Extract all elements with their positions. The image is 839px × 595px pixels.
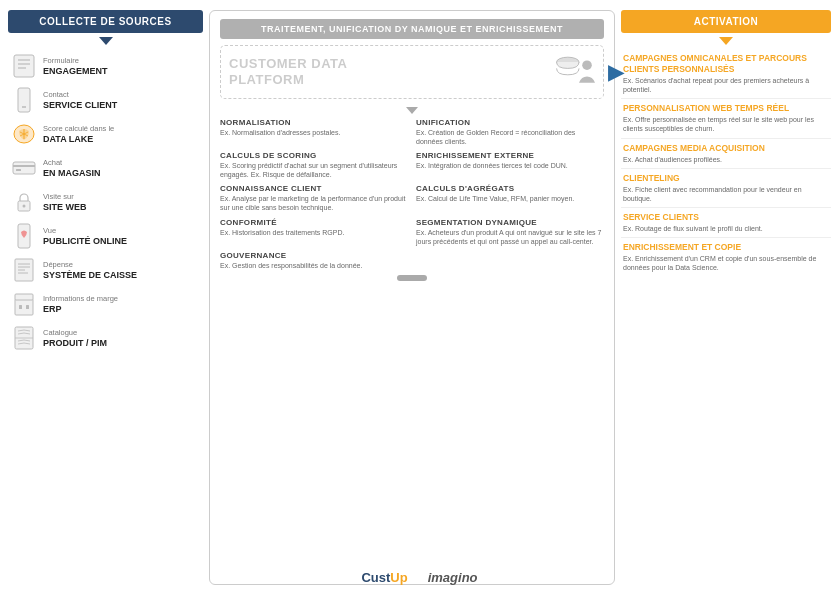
personnalisation-web-title: PERSONNALISATION WEB TEMPS RÉEL xyxy=(623,103,829,114)
source-engagement-text: Formulaire ENGAGEMENT xyxy=(43,55,108,78)
bottom-pill xyxy=(397,275,427,281)
source-pim: Catalogue PRODUIT / PIM xyxy=(8,321,203,355)
right-header: ActivaTION xyxy=(621,10,831,33)
item-calculs-agregats: CALCULS D'AGRÉGATS Ex. Calcul de Life Ti… xyxy=(416,184,604,212)
database-person-icon xyxy=(555,52,595,88)
campagnes-omnicanales-desc: Ex. Scénarios d'achat repeat pour des pr… xyxy=(623,76,829,94)
middle-bottom xyxy=(220,275,604,281)
normalisation-title: NORMALISATION xyxy=(220,118,408,127)
source-publicite-text: Vue PUBLICITÉ ONLINE xyxy=(43,225,127,248)
source-pim-text: Catalogue PRODUIT / PIM xyxy=(43,327,107,350)
source-magasin: Achat EN MAGASIN xyxy=(8,151,203,185)
right-campagnes-media: CAMPAGNES MEDIA ACQUISITION Ex. Achat d'… xyxy=(621,139,831,169)
calculs-agregats-title: CALCULS D'AGRÉGATS xyxy=(416,184,604,193)
source-engagement: Formulaire ENGAGEMENT xyxy=(8,49,203,83)
middle-grid: NORMALISATION Ex. Normalisation d'adress… xyxy=(220,118,604,270)
lock-icon xyxy=(10,188,38,216)
item-enrichissement-externe: ENRICHISSEMENT EXTERNE Ex. Intégration d… xyxy=(416,151,604,179)
campagnes-media-desc: Ex. Achat d'audiences profilées. xyxy=(623,155,829,164)
svg-rect-22 xyxy=(15,294,33,300)
svg-point-28 xyxy=(582,60,592,70)
svg-rect-24 xyxy=(26,305,29,309)
svg-rect-4 xyxy=(18,88,30,112)
svg-rect-23 xyxy=(19,305,22,309)
gouvernance-desc: Ex. Gestion des responsabilités de la do… xyxy=(220,261,408,270)
card-icon xyxy=(10,154,38,182)
calculs-scoring-title: CALCULS DE SCORING xyxy=(220,151,408,160)
right-clienteling: CLIENTELING Ex. Fiche client avec recomm… xyxy=(621,169,831,208)
heart-icon xyxy=(10,222,38,250)
imagino-text: imagino xyxy=(428,570,478,585)
source-service-client-text: Contact SERVICE CLIENT xyxy=(43,89,117,112)
phone-icon xyxy=(10,86,38,114)
cust-text: Cust xyxy=(361,570,390,585)
item-calculs-scoring: CALCULS DE SCORING Ex. Scoring prédictif… xyxy=(220,151,408,179)
receipt-icon xyxy=(10,256,38,284)
unification-desc: Ex. Création de Golden Record = réconcil… xyxy=(416,128,604,146)
campagnes-media-title: CAMPAGNES MEDIA ACQUISITION xyxy=(623,143,829,154)
right-enrichissement-copie: ENRICHISSEMENT ET COPIE Ex. Enrichisseme… xyxy=(621,238,831,276)
source-site-web: Visite sur SITE WEB xyxy=(8,185,203,219)
connaissance-client-desc: Ex. Analyse par le marketing de la perfo… xyxy=(220,194,408,212)
svg-point-14 xyxy=(23,205,26,208)
middle-arrow-down xyxy=(406,107,418,114)
svg-rect-21 xyxy=(15,299,33,315)
left-column: COLLECTE DE SOURCES Formulaire ENGAGEMEN… xyxy=(8,10,203,585)
calculs-scoring-desc: Ex. Scoring prédictif d'achat sur un seg… xyxy=(220,161,408,179)
left-header: COLLECTE DE SOURCES xyxy=(8,10,203,33)
item-connaissance-client: CONNAISSANCE CLIENT Ex. Analyse par le m… xyxy=(220,184,408,212)
item-conformite: CONFORMITÉ Ex. Historisation des traitem… xyxy=(220,218,408,246)
up-text: Up xyxy=(390,570,407,585)
segmentation-desc: Ex. Acheteurs d'un produit A qui ont nav… xyxy=(416,228,604,246)
item-segmentation: SEGMENTATION DYNAMIQUE Ex. Acheteurs d'u… xyxy=(416,218,604,246)
item-gouvernance: GOUVERNANCE Ex. Gestion des responsabili… xyxy=(220,251,408,270)
conformite-desc: Ex. Historisation des traitements RGPD. xyxy=(220,228,408,237)
normalisation-desc: Ex. Normalisation d'adresses postales. xyxy=(220,128,408,137)
item-normalisation: NORMALISATION Ex. Normalisation d'adress… xyxy=(220,118,408,146)
source-data-lake-text: Score calculé dans le DATA LAKE xyxy=(43,123,114,146)
source-service-client: Contact SERVICE CLIENT xyxy=(8,83,203,117)
source-data-lake: Score calculé dans le DATA LAKE xyxy=(8,117,203,151)
source-caisse: Dépense SYSTÈME DE CAISSE xyxy=(8,253,203,287)
segmentation-title: SEGMENTATION DYNAMIQUE xyxy=(416,218,604,227)
middle-header: TRAITEMENT, UNIFICATION DY NAMIQUE ET EN… xyxy=(220,19,604,39)
svg-rect-12 xyxy=(16,169,21,171)
main-container: COLLECTE DE SOURCES Formulaire ENGAGEMEN… xyxy=(0,0,839,595)
footer: CustUp imagino xyxy=(361,570,477,585)
cdp-box: CUSTOMER DATAPLATFORM ▶ xyxy=(220,45,604,99)
clienteling-desc: Ex. Fiche client avec recommandation pou… xyxy=(623,185,829,203)
enrichissement-copie-desc: Ex. Enrichissement d'un CRM et copie d'u… xyxy=(623,254,829,272)
gouvernance-title: GOUVERNANCE xyxy=(220,251,408,260)
right-campagnes-omnicanales: CAMPAGNES OMNICANALES ET PARCOURS CLIENT… xyxy=(621,49,831,99)
building-icon xyxy=(10,290,38,318)
left-arrow-down xyxy=(99,37,113,45)
arrow-to-right: ▶ xyxy=(608,60,623,84)
source-magasin-text: Achat EN MAGASIN xyxy=(43,157,101,180)
service-clients-desc: Ex. Routage de flux suivant le profil du… xyxy=(623,224,829,233)
book-icon xyxy=(10,324,38,352)
source-caisse-text: Dépense SYSTÈME DE CAISSE xyxy=(43,259,137,282)
source-site-web-text: Visite sur SITE WEB xyxy=(43,191,87,214)
source-erp: Informations de marge ERP xyxy=(8,287,203,321)
svg-rect-10 xyxy=(13,162,35,174)
source-publicite: Vue PUBLICITÉ ONLINE xyxy=(8,219,203,253)
cdp-title: CUSTOMER DATAPLATFORM xyxy=(229,56,347,87)
middle-column: TRAITEMENT, UNIFICATION DY NAMIQUE ET EN… xyxy=(209,10,615,585)
right-arrow-down xyxy=(719,37,733,45)
enrichissement-externe-desc: Ex. Intégration de données tierces tel c… xyxy=(416,161,604,170)
item-unification: UNIFICATION Ex. Création de Golden Recor… xyxy=(416,118,604,146)
enrichissement-copie-title: ENRICHISSEMENT ET COPIE xyxy=(623,242,829,253)
right-personnalisation-web: PERSONNALISATION WEB TEMPS RÉEL Ex. Offr… xyxy=(621,99,831,138)
imagino-logo: imagino xyxy=(428,570,478,585)
connaissance-client-title: CONNAISSANCE CLIENT xyxy=(220,184,408,193)
svg-rect-0 xyxy=(14,55,34,77)
custup-logo: CustUp xyxy=(361,570,407,585)
source-erp-text: Informations de marge ERP xyxy=(43,293,118,316)
right-column: ActivaTION CAMPAGNES OMNICANALES ET PARC… xyxy=(621,10,831,585)
enrichissement-externe-title: ENRICHISSEMENT EXTERNE xyxy=(416,151,604,160)
conformite-title: CONFORMITÉ xyxy=(220,218,408,227)
personnalisation-web-desc: Ex. Offre personnalisée en temps réel su… xyxy=(623,115,829,133)
brain-icon xyxy=(10,120,38,148)
unification-title: UNIFICATION xyxy=(416,118,604,127)
form-icon xyxy=(10,52,38,80)
